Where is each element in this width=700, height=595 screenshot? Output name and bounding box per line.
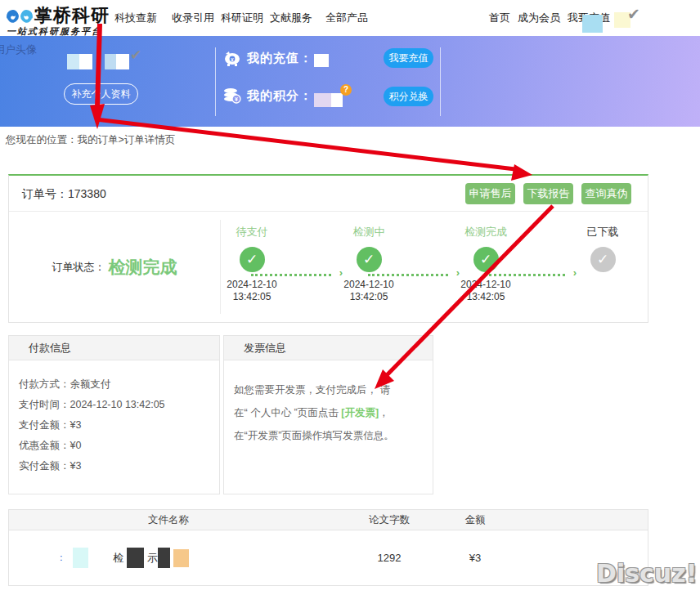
order-number-value: 173380 xyxy=(68,187,106,200)
redacted-nickname-block xyxy=(105,54,116,69)
order-number-label: 订单号： xyxy=(22,187,68,200)
timeline-step-downloaded: 已下载 ✓ xyxy=(558,212,648,279)
after-sale-button[interactable]: 申请售后 xyxy=(465,183,515,204)
top-nav: 掌桥科研 一站式科研服务平台 科技查新 收录引用 科研证明 文献服务 全部产品 … xyxy=(0,0,700,36)
timeline-connector: › xyxy=(368,273,460,276)
banner-divider xyxy=(215,47,216,116)
nav-link-membership[interactable]: 成为会员 xyxy=(518,11,560,25)
order-status-value: 检测完成 xyxy=(109,256,177,279)
user-banner: 用户头像 ✔ 补充个人资料 ¥ 我的充值： 我要充值 ¥ 我的积分： ? 积分兑… xyxy=(0,36,700,127)
payment-info-title: 付款信息 xyxy=(9,336,219,360)
table-row: ： 检 示 1292 ¥3 xyxy=(9,530,648,585)
word-count-cell: 1292 xyxy=(328,552,451,564)
payment-time-row: 支付时间：2024-12-10 13:42:05 xyxy=(19,395,219,415)
redacted-filename-block xyxy=(127,548,144,568)
order-status-area: 订单状态： 检测完成 待支付 ✓ 2024-12-1013:42:05 检测中 … xyxy=(9,212,648,322)
redacted-filename-block xyxy=(158,548,170,568)
files-table-header: 文件名称 论文字数 金额 xyxy=(9,510,648,530)
redacted-points-block xyxy=(314,93,331,107)
payment-info-panel: 付款信息 付款方式：余额支付 支付时间：2024-12-10 13:42:05 … xyxy=(8,335,220,494)
redacted-filename-block xyxy=(73,548,88,568)
points-help-icon[interactable]: ? xyxy=(340,84,352,96)
redacted-nickname-block xyxy=(116,54,129,69)
points-label: 我的积分： xyxy=(247,88,312,104)
timeline-connector: › xyxy=(485,273,577,276)
redacted-nickname-block xyxy=(67,54,79,69)
nav-link-home[interactable]: 首页 xyxy=(489,11,510,25)
redacted-balance-block xyxy=(314,54,329,67)
main-menu: 科技查新 收录引用 科研证明 文献服务 全部产品 xyxy=(114,0,368,36)
order-status-label: 订单状态： xyxy=(52,260,105,275)
logo-title: 掌桥科研 xyxy=(34,3,110,28)
timeline-step-pending-payment: 待支付 ✓ 2024-12-1013:42:05 xyxy=(207,212,297,303)
redacted-nickname-block xyxy=(79,54,92,69)
paid-amount-row: 实付金额：¥3 xyxy=(19,456,219,476)
complete-profile-button[interactable]: 补充个人资料 xyxy=(64,83,138,105)
check-circle-icon: ✓ xyxy=(357,247,382,272)
points-exchange-button[interactable]: 积分兑换 xyxy=(384,87,433,106)
verified-check-icon: ✔ xyxy=(627,5,640,24)
check-circle-icon: ✓ xyxy=(590,247,616,272)
payment-method-row: 付款方式：余额支付 xyxy=(19,374,219,395)
invoice-info-panel: 发票信息 如您需要开发票，支付完成后， 请 在“ 个人中心 ”页面点击 [开发票… xyxy=(223,335,433,494)
col-amount: 金额 xyxy=(451,510,500,530)
menu-item-all-products[interactable]: 全部产品 xyxy=(325,11,368,25)
verified-check-icon: ✔ xyxy=(130,47,141,64)
discuz-watermark: Discuz! xyxy=(596,559,697,588)
timeline-step-checking: 检测中 ✓ 2024-12-1013:42:05 xyxy=(324,212,414,303)
piggy-bank-icon: ¥ xyxy=(222,49,242,67)
timeline-connector: › xyxy=(251,273,343,276)
check-circle-icon: ✓ xyxy=(240,247,265,272)
verify-authenticity-button[interactable]: 查询真伪 xyxy=(581,183,631,204)
order-detail-panel: 订单号：173380 申请售后 下载报告 查询真伪 订单状态： 检测完成 待支付… xyxy=(8,174,648,323)
coins-icon: ¥ xyxy=(222,87,242,105)
redacted-username-block xyxy=(582,15,603,33)
download-report-button[interactable]: 下载报告 xyxy=(523,183,573,204)
amount-cell: ¥3 xyxy=(451,552,500,564)
invoice-instructions: 如您需要开发票，支付完成后， 请 在“ 个人中心 ”页面点击 [开发票]， 在“… xyxy=(224,360,433,447)
redacted-filename-block xyxy=(173,549,189,567)
order-number: 订单号：173380 xyxy=(22,187,106,202)
avatar: 用户头像 xyxy=(0,42,37,57)
menu-item-novelty-search[interactable]: 科技查新 xyxy=(114,11,157,25)
order-header: 订单号：173380 申请售后 下载报告 查询真伪 xyxy=(9,176,648,212)
timeline-step-check-complete: 检测完成 ✓ 2024-12-1013:42:05 xyxy=(441,212,531,303)
points-row: ¥ 我的积分： xyxy=(222,85,312,106)
logo[interactable]: 掌桥科研 一站式科研服务平台 xyxy=(5,2,128,36)
payment-amount-row: 支付金额：¥3 xyxy=(19,415,219,436)
invoice-info-title: 发票信息 xyxy=(224,336,433,360)
open-invoice-link[interactable]: [开发票] xyxy=(341,407,379,418)
menu-item-research-cert[interactable]: 科研证明 xyxy=(221,11,263,25)
file-name-cell: ： 检 示 xyxy=(9,548,328,568)
menu-item-citation[interactable]: 收录引用 xyxy=(172,11,214,25)
redacted-points-block xyxy=(331,93,343,107)
banner-divider xyxy=(440,47,441,116)
discount-amount-row: 优惠金额：¥0 xyxy=(19,436,219,456)
breadcrumb: 您现在的位置：我的订单>订单详情页 xyxy=(6,133,175,147)
recharge-button[interactable]: 我要充值 xyxy=(384,48,433,68)
recharge-row: ¥ 我的充值： xyxy=(222,47,312,69)
order-status: 订单状态： 检测完成 xyxy=(9,212,220,322)
recharge-label: 我的充值： xyxy=(247,51,312,66)
files-table: 文件名称 论文字数 金额 ： 检 示 1292 ¥3 xyxy=(8,509,648,586)
col-file-name: 文件名称 xyxy=(9,510,328,530)
menu-item-literature[interactable]: 文献服务 xyxy=(270,11,312,25)
col-word-count: 论文字数 xyxy=(328,510,451,530)
svg-text:¥: ¥ xyxy=(235,96,238,102)
order-action-buttons: 申请售后 下载报告 查询真伪 xyxy=(465,183,631,204)
check-circle-icon: ✓ xyxy=(473,247,499,272)
